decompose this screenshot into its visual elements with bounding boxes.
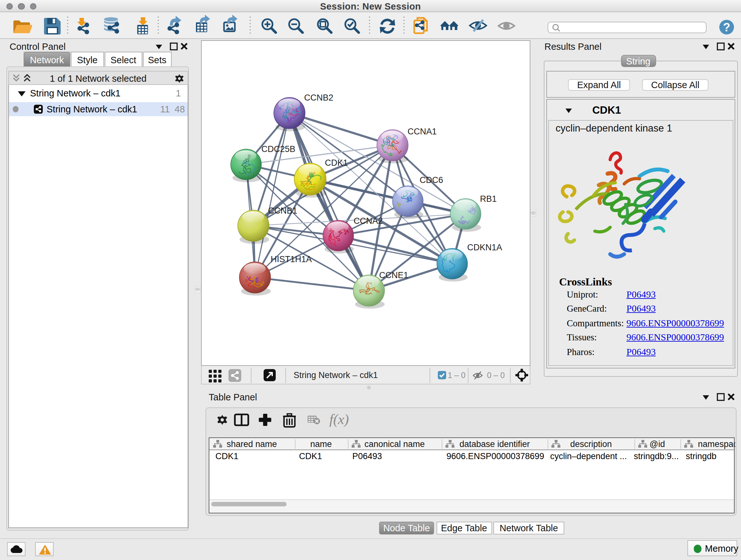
svg-text:?: ? bbox=[723, 21, 731, 34]
svg-text:CCNA2: CCNA2 bbox=[353, 216, 383, 226]
svg-text:CDK1: CDK1 bbox=[325, 158, 347, 167]
svg-text:CCNB1: CCNB1 bbox=[268, 206, 297, 215]
svg-text:CCNE1: CCNE1 bbox=[379, 270, 408, 280]
svg-text:CCNB2: CCNB2 bbox=[304, 92, 333, 102]
svg-text:CDC6: CDC6 bbox=[419, 175, 443, 185]
svg-text:RB1: RB1 bbox=[480, 194, 496, 203]
svg-text:CCNA1: CCNA1 bbox=[407, 126, 436, 136]
svg-text:CDC25B: CDC25B bbox=[261, 144, 295, 153]
svg-text:CDKN1A: CDKN1A bbox=[467, 242, 502, 252]
svg-text:HIST1H1A: HIST1H1A bbox=[270, 254, 312, 264]
svg-text:f(x): f(x) bbox=[329, 411, 348, 427]
